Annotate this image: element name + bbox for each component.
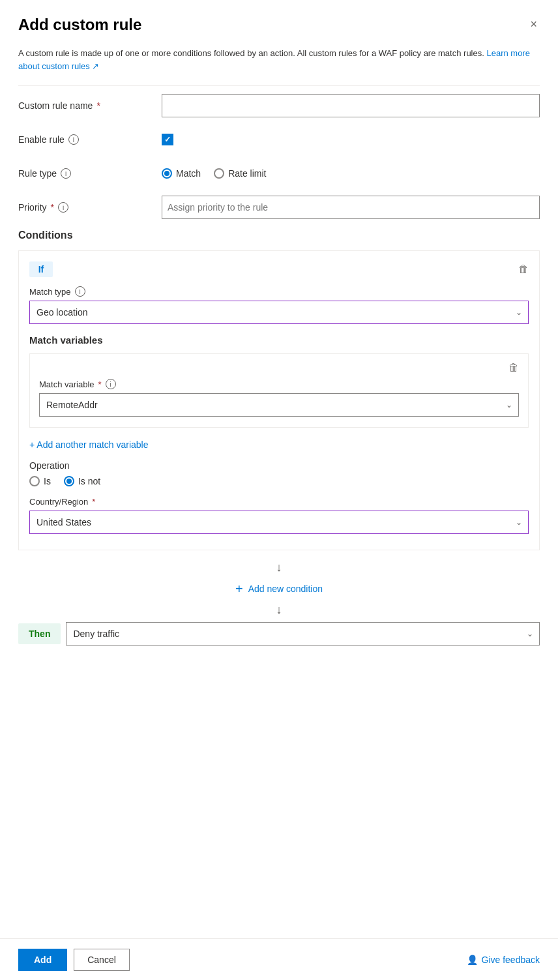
give-feedback-link[interactable]: 👤 Give feedback bbox=[467, 955, 540, 965]
match-variable-select[interactable]: RemoteAddr RequestMethod QueryString Pos… bbox=[39, 393, 519, 417]
condition-delete-icon[interactable]: 🗑 bbox=[518, 263, 529, 275]
then-row: Then Deny traffic Allow traffic Log ⌄ bbox=[18, 622, 540, 646]
is-not-radio-inner bbox=[66, 479, 72, 484]
rule-type-radio-group: Match Rate limit bbox=[162, 168, 540, 179]
rule-type-info-icon[interactable]: i bbox=[61, 168, 71, 179]
footer-actions: Add Cancel bbox=[18, 949, 130, 971]
required-star: * bbox=[96, 100, 100, 111]
rate-limit-radio-outer bbox=[214, 168, 224, 179]
priority-label: Priority * i bbox=[18, 202, 162, 213]
match-radio-label: Match bbox=[176, 168, 201, 179]
operation-section: Operation Is Is not bbox=[29, 460, 529, 486]
modal-title: Add custom rule bbox=[18, 16, 141, 34]
then-badge: Then bbox=[18, 623, 61, 644]
enable-rule-info-icon[interactable]: i bbox=[68, 134, 79, 145]
custom-rule-name-row: Custom rule name * bbox=[18, 94, 540, 117]
country-select-wrap: United States Canada United Kingdom Germ… bbox=[29, 511, 529, 534]
priority-row: Priority * i bbox=[18, 196, 540, 219]
priority-required-star: * bbox=[51, 202, 54, 213]
match-type-select[interactable]: Geo location IP address HTTP header HTTP… bbox=[29, 301, 529, 324]
enable-rule-label: Enable rule i bbox=[18, 134, 162, 145]
is-not-radio-label: Is not bbox=[78, 476, 100, 486]
condition-header: If 🗑 bbox=[29, 261, 529, 277]
country-region-label: Country/Region * bbox=[29, 497, 529, 507]
match-var-trash-wrap: 🗑 bbox=[39, 362, 519, 374]
custom-rule-name-input[interactable] bbox=[162, 94, 540, 117]
match-type-info-icon[interactable]: i bbox=[75, 286, 85, 297]
arrow-down-2: ↓ bbox=[18, 603, 540, 617]
action-select-wrap: Deny traffic Allow traffic Log ⌄ bbox=[66, 622, 540, 646]
operation-is-not-option[interactable]: Is not bbox=[64, 476, 100, 486]
match-radio-outer bbox=[162, 168, 172, 179]
operation-label: Operation bbox=[29, 460, 529, 471]
rule-type-label: Rule type i bbox=[18, 168, 162, 179]
if-badge: If bbox=[29, 261, 53, 277]
rate-limit-radio-label: Rate limit bbox=[228, 168, 266, 179]
is-radio-label: Is bbox=[44, 476, 51, 486]
match-type-field: Match type i Geo location IP address HTT… bbox=[29, 286, 529, 324]
footer: Add Cancel 👤 Give feedback bbox=[0, 938, 558, 980]
is-radio-outer bbox=[29, 476, 40, 486]
arrow-down-1: ↓ bbox=[18, 561, 540, 574]
custom-rule-name-label: Custom rule name * bbox=[18, 100, 162, 111]
match-variables-title: Match variables bbox=[29, 334, 529, 346]
description-text: A custom rule is made up of one or more … bbox=[18, 47, 540, 72]
is-not-radio-outer bbox=[64, 476, 74, 486]
add-new-condition-button[interactable]: + Add new condition bbox=[235, 582, 323, 595]
operation-is-option[interactable]: Is bbox=[29, 476, 51, 486]
match-variable-label: Match variable * i bbox=[39, 379, 519, 389]
conditions-section-title: Conditions bbox=[18, 230, 540, 241]
enable-rule-row: Enable rule i bbox=[18, 128, 540, 151]
action-select[interactable]: Deny traffic Allow traffic Log bbox=[66, 622, 540, 646]
enable-rule-checkbox[interactable] bbox=[162, 134, 173, 145]
match-variable-select-wrap: RemoteAddr RequestMethod QueryString Pos… bbox=[39, 393, 519, 417]
priority-input[interactable] bbox=[162, 196, 540, 219]
feedback-label: Give feedback bbox=[482, 955, 540, 965]
country-required: * bbox=[92, 497, 95, 507]
match-variable-delete-icon[interactable]: 🗑 bbox=[508, 362, 519, 374]
match-type-label: Match type i bbox=[29, 286, 529, 297]
rule-type-row: Rule type i Match Rate limit bbox=[18, 162, 540, 185]
cancel-button[interactable]: Cancel bbox=[74, 949, 130, 971]
match-variable-box: 🗑 Match variable * i RemoteAddr RequestM… bbox=[29, 353, 529, 428]
add-condition-plus-icon: + bbox=[235, 582, 243, 595]
condition-box: If 🗑 Match type i Geo location IP addres… bbox=[18, 250, 540, 550]
add-custom-rule-modal: Add custom rule × A custom rule is made … bbox=[0, 0, 558, 980]
add-match-variable-link[interactable]: + Add another match variable bbox=[29, 439, 149, 450]
close-button[interactable]: × bbox=[527, 16, 540, 33]
match-variable-required: * bbox=[98, 379, 102, 389]
operation-radio-group: Is Is not bbox=[29, 476, 529, 486]
country-region-field: Country/Region * United States Canada Un… bbox=[29, 497, 529, 534]
match-variable-info-icon[interactable]: i bbox=[106, 379, 116, 389]
modal-header: Add custom rule × bbox=[18, 16, 540, 34]
rule-type-rate-limit-option[interactable]: Rate limit bbox=[214, 168, 266, 179]
feedback-person-icon: 👤 bbox=[467, 955, 478, 965]
add-button[interactable]: Add bbox=[18, 949, 67, 971]
country-select[interactable]: United States Canada United Kingdom Germ… bbox=[29, 511, 529, 534]
match-variables-section: Match variables 🗑 Match variable * i Rem… bbox=[29, 334, 529, 534]
match-radio-inner bbox=[164, 171, 169, 176]
match-type-select-wrap: Geo location IP address HTTP header HTTP… bbox=[29, 301, 529, 324]
priority-info-icon[interactable]: i bbox=[58, 202, 68, 213]
rule-type-match-option[interactable]: Match bbox=[162, 168, 201, 179]
